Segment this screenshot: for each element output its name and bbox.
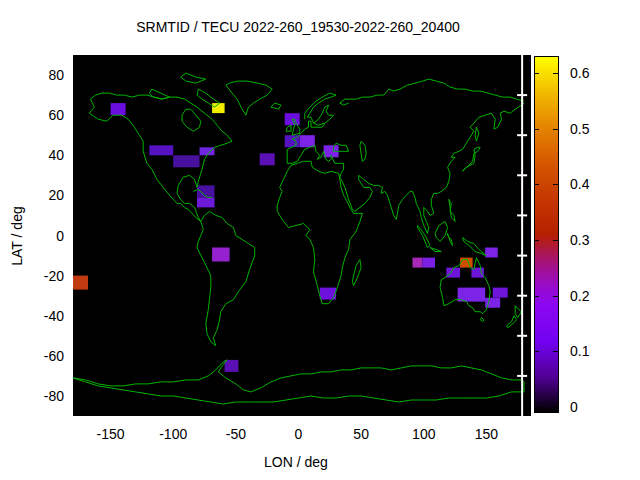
gnuplot-window: { "title": "SRMTID / TECU 2022-260_19530… — [0, 0, 640, 480]
heatmap-cell — [423, 258, 436, 268]
heatmap-cell — [197, 197, 215, 207]
x-tick-label: -150 — [97, 426, 125, 442]
x-tick-label: 50 — [353, 426, 369, 442]
heatmap-cell — [212, 248, 230, 262]
heatmap-cell — [149, 145, 173, 155]
heatmap-cell — [485, 248, 498, 258]
y-tick-label: 40 — [0, 147, 64, 163]
colorbar-tick-label: 0.5 — [570, 121, 589, 137]
colorbar-tick-label: 0.1 — [570, 343, 589, 359]
colorbar-tick-mark — [553, 296, 558, 297]
colorbar-tick-mark — [534, 73, 539, 74]
heatmap-cell — [200, 147, 215, 155]
y-tick-label: -20 — [0, 268, 64, 284]
y-tick-label: 80 — [0, 67, 64, 83]
x-tick-label: 150 — [475, 426, 498, 442]
x-tick-label: -50 — [226, 426, 246, 442]
x-tick-label: 0 — [295, 426, 303, 442]
heatmap-cell — [111, 103, 126, 115]
map-plot-area — [73, 55, 531, 416]
colorbar-tick-label: 0.2 — [570, 288, 589, 304]
colorbar-tick-mark — [534, 240, 539, 241]
x-tick-label: -100 — [159, 426, 187, 442]
y-tick-label: 60 — [0, 107, 64, 123]
colorbar-tick-label: 0.6 — [570, 65, 589, 81]
colorbar-tick-label: 0.4 — [570, 176, 589, 192]
colorbar-tick-mark — [534, 296, 539, 297]
heatmap-cell — [73, 276, 88, 290]
colorbar-tick-mark — [534, 351, 539, 352]
plot-title: SRMTID / TECU 2022-260_19530-2022-260_20… — [136, 19, 460, 35]
colorbar-tick-mark — [534, 129, 539, 130]
map-background — [73, 55, 531, 416]
y-tick-label: 0 — [0, 228, 64, 244]
colorbar-tick-mark — [553, 240, 558, 241]
heatmap-cell — [493, 288, 508, 298]
colorbar-tick-mark — [534, 184, 539, 185]
colorbar-tick-mark — [553, 351, 558, 352]
y-tick-label: -80 — [0, 388, 64, 404]
x-axis-label: LON / deg — [264, 454, 328, 470]
y-tick-label: -40 — [0, 308, 64, 324]
colorbar-tick-mark — [534, 407, 539, 408]
heatmap-cell — [260, 153, 275, 165]
y-tick-label: 20 — [0, 187, 64, 203]
colorbar-tick-mark — [553, 184, 558, 185]
heatmap-cell — [225, 360, 239, 372]
heatmap-cell — [300, 135, 315, 147]
colorbar-tick-mark — [553, 73, 558, 74]
y-tick-label: -60 — [0, 348, 64, 364]
colorbar-tick-mark — [553, 129, 558, 130]
colorbar-tick-label: 0 — [570, 399, 578, 415]
x-tick-label: 100 — [412, 426, 435, 442]
heatmap-cell — [413, 258, 423, 268]
colorbar — [534, 56, 559, 413]
colorbar-tick-label: 0.3 — [570, 232, 589, 248]
heatmap-cell — [173, 155, 199, 167]
colorbar-tick-mark — [553, 407, 558, 408]
